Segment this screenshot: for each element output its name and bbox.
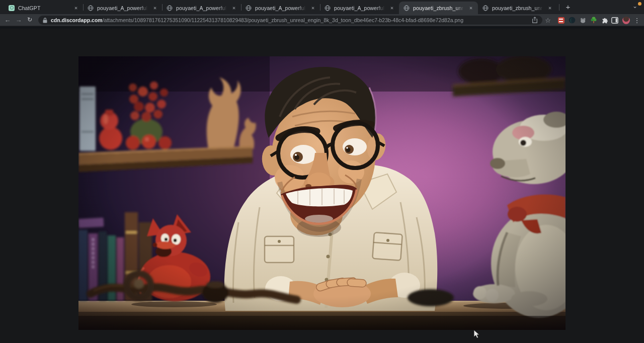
globe-favicon [325, 5, 331, 11]
chatgpt-favicon [9, 5, 15, 11]
recording-indicator-dot [638, 2, 641, 6]
url-path: /attachments/1089781761275351090/1122543… [103, 17, 463, 23]
tab-1[interactable]: pouyaeti_A_powerful_modern ✕ [83, 2, 162, 14]
tab-5-active[interactable]: pouyaeti_zbrush_unreal_engin ✕ [399, 2, 478, 14]
tab-close-button[interactable]: ✕ [388, 5, 395, 12]
forward-icon[interactable]: → [13, 14, 24, 26]
dark-mode-moon-extension-icon[interactable] [567, 14, 577, 26]
tab-close-button[interactable]: ✕ [467, 5, 474, 12]
browser-window: ChatGPT ✕ pouyaeti_A_powerful_modern ✕ p… [0, 0, 644, 343]
tab-title: pouyaeti_zbrush_unreal_engin [413, 5, 465, 11]
tab-title: pouyaeti_A_powerful_modern [334, 5, 386, 11]
lock-icon [43, 18, 47, 23]
tab-separator [559, 4, 559, 11]
tab-close-button[interactable]: ✕ [546, 5, 553, 12]
tab-close-button[interactable]: ✕ [72, 5, 79, 12]
reload-icon[interactable]: ↻ [24, 14, 35, 26]
grey-mouse-extension-icon[interactable] [578, 14, 588, 26]
side-panel-icon[interactable] [610, 14, 620, 26]
tab-title: pouyaeti_zbrush_unreal_engin [492, 5, 544, 11]
tab-close-button[interactable]: ✕ [309, 5, 316, 12]
tab-title: ChatGPT [18, 5, 70, 11]
extensions-puzzle-icon[interactable] [600, 14, 610, 26]
mouse-cursor [473, 329, 480, 339]
tab-title: pouyaeti_A_powerful_modern [176, 5, 228, 11]
tab-6[interactable]: pouyaeti_zbrush_unreal_engin ✕ [478, 2, 557, 14]
tab-2[interactable]: pouyaeti_A_powerful_modern ✕ [162, 2, 241, 14]
menu-kebab-icon[interactable]: ⋮ [632, 14, 642, 26]
new-tab-button[interactable]: + [562, 3, 574, 12]
url-text: cdn.discordapp.com/attachments/108978176… [51, 17, 532, 23]
tab-strip: ChatGPT ✕ pouyaeti_A_powerful_modern ✕ p… [0, 0, 644, 14]
tab-close-button[interactable]: ✕ [230, 5, 237, 12]
globe-favicon [482, 5, 489, 11]
globe-favicon [246, 5, 252, 11]
tab-3[interactable]: pouyaeti_A_powerful_modern ✕ [241, 2, 320, 14]
download-manager-extension-icon[interactable] [556, 14, 566, 26]
bookmark-star-icon[interactable]: ☆ [543, 14, 553, 26]
browser-toolbar: ← → ↻ cdn.discordapp.com/attachments/108… [0, 14, 644, 26]
globe-favicon [404, 5, 410, 11]
page-content [0, 27, 644, 343]
url-domain: cdn.discordapp.com [51, 17, 103, 23]
profile-avatar[interactable] [621, 14, 631, 26]
globe-favicon [88, 5, 94, 11]
tab-0[interactable]: ChatGPT ✕ [4, 2, 83, 14]
tree-extension-icon[interactable] [589, 14, 599, 26]
tab-title: pouyaeti_A_powerful_modern [97, 5, 149, 11]
back-icon[interactable]: ← [2, 14, 13, 26]
vignette [78, 56, 566, 330]
tab-title: pouyaeti_A_powerful_modern [255, 5, 307, 11]
share-icon[interactable] [532, 17, 538, 24]
address-bar[interactable]: cdn.discordapp.com/attachments/108978176… [38, 16, 542, 25]
tab-4[interactable]: pouyaeti_A_powerful_modern ✕ [320, 2, 399, 14]
tab-close-button[interactable]: ✕ [151, 5, 158, 12]
viewed-image[interactable] [78, 56, 566, 330]
globe-favicon [167, 5, 173, 11]
